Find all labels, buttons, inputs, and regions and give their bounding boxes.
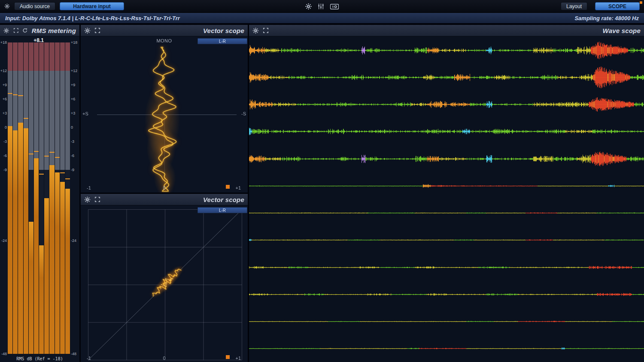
expand-icon[interactable] bbox=[13, 27, 19, 33]
db-scale-label: -6 bbox=[71, 154, 79, 158]
analyzer-app: { "top_bar": { "audio_source": "Audio so… bbox=[0, 0, 644, 362]
meter-fill bbox=[13, 130, 18, 354]
info-bar: Input: Dolby Atmos 7.1.4 | L-R-C-Lfe-Ls-… bbox=[0, 13, 644, 24]
meter-channel-Lfe bbox=[24, 42, 28, 354]
meter-channel-Lss bbox=[39, 42, 44, 354]
mode-select-button[interactable]: L-R bbox=[197, 207, 247, 213]
db-scale-label: 0 bbox=[71, 126, 79, 130]
panel-title: Vector scope bbox=[203, 196, 244, 203]
rms-metering-panel: RMS metering +8.1 +18+12+9+6+30-3-6-9-24… bbox=[0, 25, 79, 362]
x-axis-label: 0 bbox=[81, 356, 248, 361]
io-icon[interactable] bbox=[330, 3, 339, 10]
db-scale-label: 0 bbox=[0, 126, 7, 130]
meter-peak-tick bbox=[18, 95, 23, 96]
expand-icon[interactable] bbox=[94, 27, 100, 33]
meter-fill bbox=[55, 172, 60, 354]
meter-peak-tick bbox=[8, 93, 12, 94]
x-axis-label: 0 bbox=[81, 185, 248, 190]
faders-icon[interactable] bbox=[318, 3, 325, 10]
meter-channel-L bbox=[8, 42, 12, 354]
scope-button[interactable]: SCOPE bbox=[595, 2, 640, 10]
layout-button[interactable]: Layout bbox=[561, 2, 587, 10]
db-scale-label: +18 bbox=[71, 41, 79, 45]
meter-channel-R bbox=[13, 42, 18, 354]
db-scale-label: +3 bbox=[71, 112, 79, 115]
panel-title: RMS metering bbox=[32, 27, 76, 34]
db-scale-label: -24 bbox=[71, 239, 79, 243]
vector-bottom-header: Vector scope bbox=[81, 194, 248, 205]
meter-fill bbox=[60, 182, 65, 354]
meter-fill bbox=[34, 158, 39, 354]
axis-label-minus-s: -S bbox=[241, 111, 246, 116]
meter-peak-tick bbox=[34, 151, 39, 152]
x-axis-label: +1 bbox=[235, 356, 241, 361]
vector-scope-panel-top: Vector scope MONO L-R +S -S -1 0 +1 bbox=[81, 25, 248, 193]
db-scale-label: +6 bbox=[71, 97, 79, 101]
db-scale-label: +12 bbox=[0, 69, 7, 73]
top-bar-left-group: Audio source Hardware input bbox=[4, 2, 124, 10]
meter-peak-tick bbox=[55, 157, 60, 158]
db-scale-left: +18+12+9+6+30-3-6-9-24-48 bbox=[0, 42, 7, 354]
wave-panel-header: Wave scope bbox=[249, 25, 644, 36]
meter-fill bbox=[18, 123, 23, 354]
gear-icon[interactable] bbox=[3, 27, 9, 34]
meter-fill bbox=[24, 128, 28, 354]
settings-icon[interactable] bbox=[4, 3, 10, 9]
top-bar-center-group bbox=[305, 0, 339, 13]
gear-icon[interactable] bbox=[252, 27, 259, 34]
meter-fill bbox=[65, 189, 70, 354]
meter-channel-Tsr bbox=[55, 42, 60, 354]
db-scale-label: +9 bbox=[0, 83, 7, 87]
meter-peak-tick bbox=[24, 118, 28, 119]
meter-fill bbox=[44, 198, 49, 354]
wave-panel-body bbox=[249, 36, 644, 362]
vector-top-body: MONO L-R +S -S -1 0 +1 bbox=[81, 36, 248, 193]
expand-icon[interactable] bbox=[94, 196, 100, 202]
axis-label-plus-s: +S bbox=[82, 111, 88, 116]
meter-fill bbox=[29, 222, 33, 354]
db-scale-label: -48 bbox=[71, 352, 79, 356]
meter-bars bbox=[8, 42, 70, 354]
db-scale-label: +3 bbox=[0, 112, 7, 115]
meter-fill bbox=[49, 165, 54, 354]
rms-panel-header: RMS metering bbox=[0, 25, 79, 36]
db-scale-label: +12 bbox=[71, 69, 79, 73]
expand-icon[interactable] bbox=[263, 27, 269, 33]
meter-fill bbox=[39, 245, 44, 354]
input-format-text: Input: Dolby Atmos 7.1.4 | L-R-C-Lfe-Ls-… bbox=[5, 15, 180, 21]
correlation-indicator bbox=[226, 355, 230, 359]
rms-panel-body: +8.1 +18+12+9+6+30-3-6-9-24-48 +18+12+9+… bbox=[0, 36, 79, 362]
meter-channel-C bbox=[18, 42, 23, 354]
reset-icon[interactable] bbox=[22, 27, 28, 33]
db-scale-label: -3 bbox=[0, 140, 7, 144]
gear-icon[interactable] bbox=[305, 3, 312, 10]
wave-scope-display bbox=[249, 36, 644, 362]
meter-peak-tick bbox=[65, 178, 70, 179]
meter-footer-label: RMS dB (Ref = -18) bbox=[0, 356, 79, 361]
correlation-indicator bbox=[226, 185, 230, 189]
meter-fill bbox=[8, 126, 12, 354]
db-scale-label: -48 bbox=[0, 352, 7, 356]
vector-scope-panel-bottom: Vector scope L-R -1 0 +1 bbox=[81, 194, 248, 362]
mode-select-button[interactable]: L-R bbox=[197, 38, 247, 44]
meter-channel-Trr bbox=[65, 42, 70, 354]
meter-channel-Trl bbox=[60, 42, 65, 354]
db-scale-label: +18 bbox=[0, 41, 7, 45]
meter-peak-tick bbox=[13, 94, 18, 95]
vector-top-header: Vector scope bbox=[81, 25, 248, 36]
audio-source-button[interactable]: Audio source bbox=[14, 2, 55, 10]
hardware-input-button[interactable]: Hardware input bbox=[60, 2, 124, 10]
db-scale-label: -9 bbox=[0, 168, 7, 172]
status-indicator bbox=[640, 1, 642, 4]
db-scale-label: -24 bbox=[0, 239, 7, 243]
sampling-rate-text: Sampling rate: 48000 Hz bbox=[574, 15, 639, 21]
meter-peak-tick bbox=[39, 174, 44, 175]
meter-channel-Rss bbox=[44, 42, 49, 354]
panel-title: Vector scope bbox=[203, 27, 244, 34]
db-scale-label: +6 bbox=[0, 97, 7, 101]
db-scale-label: +9 bbox=[71, 83, 79, 87]
gear-icon[interactable] bbox=[84, 27, 91, 34]
panel-title: Wave scope bbox=[603, 27, 641, 34]
x-axis-label: +1 bbox=[235, 185, 241, 190]
gear-icon[interactable] bbox=[84, 196, 91, 203]
